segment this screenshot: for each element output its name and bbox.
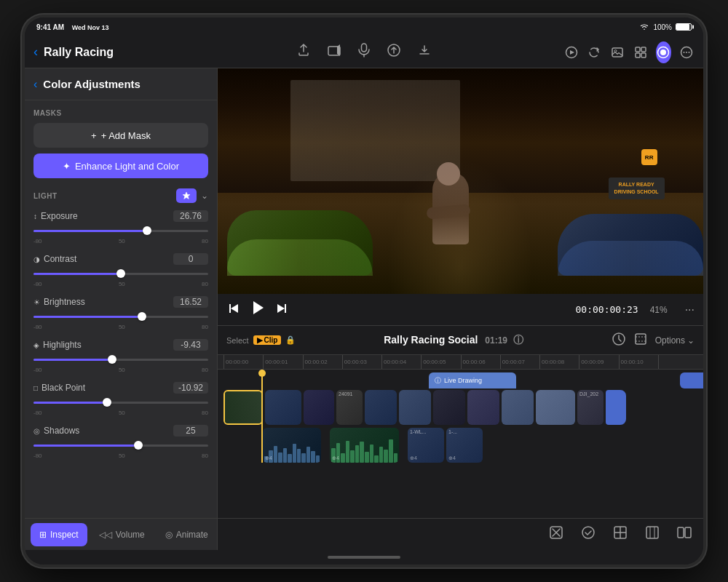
audio-clip[interactable]: 1-WL... ⊕4 — [408, 428, 444, 463]
inspect-icon: ⊞ — [39, 530, 47, 540]
next-frame-button[interactable] — [276, 302, 289, 318]
timeline-right-controls: Options ⌄ — [612, 332, 695, 349]
contrast-slider[interactable] — [33, 268, 208, 279]
exposure-adjustment: ↕ Exposure 26.76 — [33, 210, 208, 244]
audio-clip-icon: ⊕4 — [332, 455, 339, 461]
clip-block[interactable] — [536, 390, 575, 425]
enhance-button[interactable]: ✦ Enhance Light and Color — [33, 154, 208, 178]
nav-title: Rally Racing — [44, 46, 114, 59]
add-mask-button[interactable]: + + Add Mask — [33, 123, 208, 148]
timeline-ruler: 00:00:00 00:00:01 00:00:02 00:00:03 00:0… — [218, 355, 703, 370]
highlights-slider[interactable] — [33, 354, 208, 365]
live-drawing-icon: ⓘ — [435, 376, 441, 386]
slider-max: 80 — [202, 238, 208, 244]
camera-icon[interactable] — [327, 43, 341, 61]
clip-block[interactable] — [265, 390, 301, 425]
audio-clip[interactable]: ⊕4 — [330, 428, 399, 463]
upload-icon[interactable] — [387, 43, 401, 61]
highlights-value[interactable]: -9.43 — [173, 339, 208, 351]
play-button[interactable] — [250, 300, 266, 319]
photo-btn[interactable] — [609, 41, 625, 63]
multi-view-button[interactable] — [677, 525, 692, 543]
shadows-value[interactable]: 25 — [173, 425, 208, 436]
home-indicator — [25, 550, 703, 565]
contrast-value[interactable]: 0 — [173, 253, 208, 265]
blackpoint-value[interactable]: -10.92 — [173, 382, 208, 394]
enhance-icon: ✦ — [63, 161, 71, 172]
timeline-info-icon[interactable]: ⓘ — [513, 334, 523, 346]
loop-btn[interactable] — [587, 41, 603, 63]
tab-inspect[interactable]: ⊞ Inspect — [31, 523, 87, 546]
light-chevron[interactable]: ⌄ — [201, 191, 208, 201]
status-date: Wed Nov 13 — [72, 24, 109, 31]
clip-label: 1-... — [448, 429, 457, 434]
crop-icon[interactable] — [633, 332, 648, 349]
options-label: Options — [655, 335, 685, 346]
clip-block[interactable] — [433, 390, 465, 425]
tab-volume[interactable]: ◁◁ Volume — [90, 523, 154, 546]
record-btn[interactable] — [656, 41, 672, 63]
add-mask-icon: + — [91, 130, 97, 141]
wifi-icon — [639, 23, 649, 31]
clip-block[interactable] — [399, 390, 431, 425]
exposure-slider[interactable] — [33, 225, 208, 236]
playhead[interactable] — [261, 370, 263, 463]
checkmark-button[interactable] — [581, 525, 596, 543]
mic-icon[interactable] — [357, 43, 371, 61]
svg-marker-21 — [253, 301, 264, 314]
auto-enhance-btn[interactable] — [176, 188, 197, 203]
shadows-slider[interactable] — [33, 439, 208, 451]
nav-back-button[interactable]: ‹ — [33, 44, 38, 60]
blue-edge-clip — [680, 372, 703, 388]
download-icon[interactable] — [417, 43, 432, 61]
highlights-adjustment: ◈ Highlights -9.43 — [33, 339, 208, 373]
svg-rect-29 — [646, 527, 658, 538]
delete-button[interactable] — [549, 525, 563, 543]
speed-icon[interactable] — [612, 332, 626, 349]
panel-back-button[interactable]: ‹ — [33, 78, 37, 91]
clip-label: 24091 — [339, 391, 352, 396]
live-drawing-clip[interactable]: ⓘ Live Drawing — [429, 372, 516, 388]
select-label: Select — [226, 336, 249, 345]
share-icon[interactable] — [296, 43, 311, 61]
play-circle-btn[interactable] — [563, 41, 579, 63]
right-area: RALLY READYDRIVING SCHOOL RR — [218, 68, 703, 550]
clip-block[interactable]: 24091 — [336, 390, 363, 425]
more-circle-btn[interactable] — [678, 41, 695, 63]
grid-btn[interactable] — [633, 41, 649, 63]
svg-point-17 — [686, 52, 687, 53]
light-label: LIGHT — [33, 192, 58, 200]
left-panel: ‹ Color Adjustments MASKS + + Add Mask ✦… — [25, 68, 218, 550]
prev-frame-button[interactable] — [226, 302, 240, 318]
tab-animate[interactable]: ◎ Animate — [157, 523, 217, 546]
brightness-slider[interactable] — [33, 311, 208, 322]
clip-selected[interactable] — [223, 390, 263, 425]
ruler-mark: 00:00:05 — [421, 355, 460, 370]
brightness-value[interactable]: 16.52 — [173, 296, 208, 308]
clip-end-block[interactable] — [606, 390, 626, 425]
svg-rect-25 — [636, 334, 646, 344]
svg-marker-6 — [570, 50, 574, 55]
svg-marker-22 — [285, 304, 286, 313]
clip-block[interactable]: DJI_202 — [577, 390, 604, 425]
blackpoint-slider[interactable] — [33, 396, 208, 408]
clip-block[interactable] — [502, 390, 534, 425]
exposure-value[interactable]: 26.76 — [173, 210, 208, 222]
timeline-project-title: Rally Racing Social 01:19 ⓘ — [296, 334, 611, 347]
timeline-area: 00:00:00 00:00:01 00:00:02 00:00:03 00:0… — [218, 355, 703, 518]
contrast-label: ◑ Contrast — [33, 254, 76, 264]
audio-clip-icon: ⊕4 — [265, 455, 272, 461]
clip-block[interactable] — [365, 390, 397, 425]
masks-section-label: MASKS — [33, 109, 208, 117]
trim-button[interactable] — [613, 525, 628, 543]
audio-clip[interactable]: 1-... ⊕4 — [446, 428, 483, 463]
clip-block[interactable] — [467, 390, 499, 425]
more-options-btn[interactable]: ··· — [685, 303, 695, 316]
svg-rect-10 — [641, 47, 646, 52]
crop-action-button[interactable] — [645, 525, 660, 543]
clip-block[interactable] — [304, 390, 334, 425]
rally-sign: RALLY READYDRIVING SCHOOL — [609, 178, 665, 199]
audio-clip[interactable]: ⊕4 — [263, 428, 321, 463]
highlights-icon: ◈ — [33, 341, 39, 349]
options-button[interactable]: Options ⌄ — [655, 335, 695, 346]
